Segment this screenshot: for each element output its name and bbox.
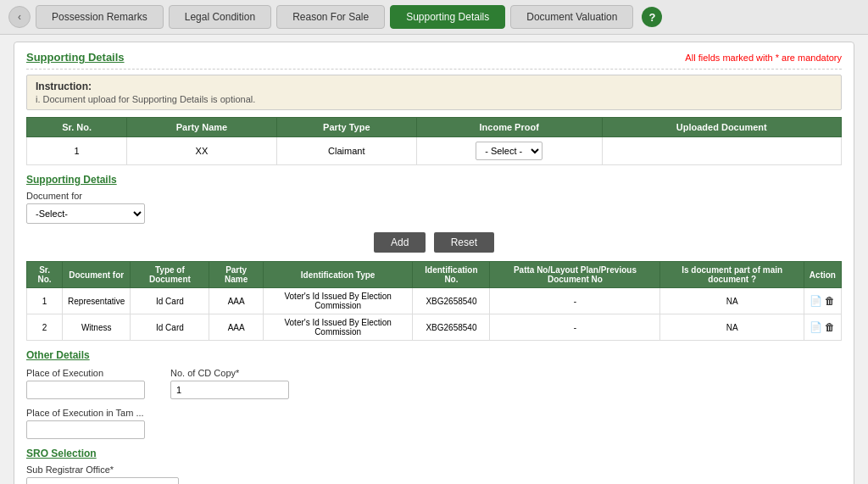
- document-for-select[interactable]: -Select-: [26, 203, 145, 224]
- instruction-box: Instruction: i. Document upload for Supp…: [26, 75, 842, 110]
- delete-icon[interactable]: 🗑: [825, 321, 835, 333]
- dcell-patta: -: [490, 314, 660, 341]
- sub-registrar-select[interactable]: Chennai South Joint II: [26, 477, 179, 484]
- party-table: Sr. No. Party Name Party Type Income Pro…: [26, 117, 842, 165]
- col-sr-no: Sr. No.: [27, 118, 127, 137]
- edit-icon[interactable]: 📄: [810, 295, 822, 307]
- page-title: Supporting Details: [26, 51, 125, 64]
- dcell-sr: 2: [27, 314, 63, 341]
- dcol-party: Party Name: [209, 262, 263, 288]
- cell-sr: 1: [27, 137, 127, 165]
- dcol-is-main: Is document part of main document ?: [660, 262, 804, 288]
- tab-document-valuation[interactable]: Document Valuation: [510, 5, 633, 29]
- other-details-title: Other Details: [26, 349, 842, 361]
- main-content-area: Supporting Details All fields marked wit…: [14, 42, 854, 484]
- col-income-proof: Income Proof: [416, 118, 602, 137]
- delete-icon[interactable]: 🗑: [825, 295, 835, 307]
- dcol-sr: Sr. No.: [27, 262, 63, 288]
- dcol-action: Action: [804, 262, 841, 288]
- place-of-execution-tam-group: Place of Execution in Tam ...: [26, 408, 842, 439]
- dcell-action: 📄 🗑: [804, 288, 841, 314]
- no-of-cd-copy-label: No. of CD Copy*: [170, 368, 289, 378]
- place-of-execution-tam-input[interactable]: [26, 420, 145, 439]
- table-row: 1 XX Claimant - Select -: [27, 137, 842, 165]
- dcell-party: AAA: [209, 314, 263, 341]
- form-row-1: Place of Execution No. of CD Copy*: [26, 368, 842, 399]
- dcell-doc-for: Representative: [63, 288, 131, 314]
- dcol-id-no: Identification No.: [413, 262, 490, 288]
- sub-registrar-group: Sub Registrar Office* Chennai South Join…: [26, 465, 842, 484]
- document-table: Sr. No. Document for Type of Document Pa…: [26, 261, 842, 341]
- place-of-execution-group: Place of Execution: [26, 368, 145, 399]
- back-arrow-icon: ‹: [18, 11, 21, 23]
- dcol-id-type: Identification Type: [263, 262, 413, 288]
- col-uploaded-doc: Uploaded Document: [602, 118, 841, 137]
- add-reset-row: Add Reset: [26, 232, 842, 253]
- dcol-doc-for: Document for: [63, 262, 131, 288]
- help-button[interactable]: ?: [642, 7, 662, 27]
- dcell-id-type: Voter's Id Issued By Election Commission: [263, 288, 413, 314]
- mandatory-note: All fields marked with * are mandatory: [685, 53, 842, 63]
- dcell-id-type: Voter's Id Issued By Election Commission: [263, 314, 413, 341]
- dcol-patta: Patta No/Layout Plan/Previous Document N…: [490, 262, 660, 288]
- place-of-execution-tam-label: Place of Execution in Tam ...: [26, 408, 842, 418]
- dcell-type: Id Card: [131, 314, 209, 341]
- cell-income-proof: - Select -: [416, 137, 602, 165]
- document-for-label: Document for: [26, 191, 842, 201]
- tab-reason-for-sale[interactable]: Reason For Sale: [276, 5, 385, 29]
- cell-uploaded-doc: [602, 137, 841, 165]
- sro-title: SRO Selection: [26, 448, 842, 459]
- dcell-patta: -: [490, 288, 660, 314]
- no-of-cd-copy-input[interactable]: [170, 381, 289, 399]
- dcell-party: AAA: [209, 288, 263, 314]
- tab-supporting-details[interactable]: Supporting Details: [390, 5, 505, 29]
- table-row: 2 Witness Id Card AAA Voter's Id Issued …: [27, 314, 842, 341]
- other-details-section: Other Details Place of Execution No. of …: [26, 349, 842, 439]
- dcell-doc-for: Witness: [63, 314, 131, 341]
- cell-party-name: XX: [127, 137, 277, 165]
- dcell-is-main: NA: [660, 314, 804, 341]
- cell-party-type: Claimant: [276, 137, 416, 165]
- place-of-execution-input[interactable]: [26, 381, 145, 399]
- table-row: 1 Representative Id Card AAA Voter's Id …: [27, 288, 842, 314]
- tab-possession-remarks[interactable]: Possession Remarks: [36, 5, 164, 29]
- supporting-details-subsection: Supporting Details Document for -Select-: [26, 174, 842, 224]
- reset-button[interactable]: Reset: [434, 232, 494, 253]
- col-party-name: Party Name: [127, 118, 277, 137]
- dcol-type: Type of Document: [131, 262, 209, 288]
- supporting-details-subtitle: Supporting Details: [26, 174, 842, 186]
- income-proof-select[interactable]: - Select -: [476, 142, 542, 160]
- top-navigation: ‹ Possession Remarks Legal Condition Rea…: [0, 0, 868, 35]
- instruction-title: Instruction:: [36, 81, 832, 92]
- edit-icon[interactable]: 📄: [810, 321, 822, 333]
- nav-back-button[interactable]: ‹: [8, 6, 31, 28]
- col-party-type: Party Type: [276, 118, 416, 137]
- dcell-is-main: NA: [660, 288, 804, 314]
- document-for-group: Document for -Select-: [26, 191, 842, 224]
- sro-selection-section: SRO Selection Sub Registrar Office* Chen…: [26, 448, 842, 484]
- sub-registrar-label: Sub Registrar Office*: [26, 465, 842, 475]
- dcell-type: Id Card: [131, 288, 209, 314]
- dcell-id-no: XBG2658540: [413, 314, 490, 341]
- dcell-id-no: XBG2658540: [413, 288, 490, 314]
- no-of-cd-copy-group: No. of CD Copy*: [170, 368, 289, 399]
- add-button[interactable]: Add: [374, 232, 426, 253]
- instruction-text: i. Document upload for Supporting Detail…: [36, 94, 832, 104]
- tab-legal-condition[interactable]: Legal Condition: [169, 5, 271, 29]
- dcell-action: 📄 🗑: [804, 314, 841, 341]
- place-of-execution-label: Place of Execution: [26, 368, 145, 378]
- dcell-sr: 1: [27, 288, 63, 314]
- section-header: Supporting Details All fields marked wit…: [26, 51, 842, 64]
